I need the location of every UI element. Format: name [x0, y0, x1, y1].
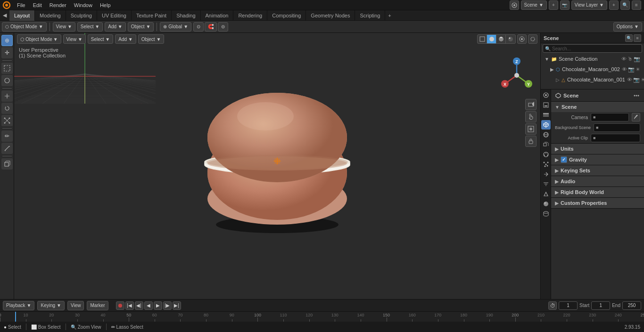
- filter-icon-header[interactable]: ≡: [632, 0, 641, 10]
- new-scene-icon[interactable]: +: [549, 0, 558, 10]
- play-btn[interactable]: ▶: [154, 301, 162, 310]
- start-frame-input[interactable]: 1: [591, 301, 610, 310]
- mode-selector[interactable]: ⬡ Object Mode ▼: [2, 22, 47, 32]
- rigid-body-header[interactable]: ▶ Rigid Body World: [551, 187, 644, 197]
- camera-view-btn[interactable]: [525, 99, 537, 110]
- tab-arrow-left[interactable]: ◀: [0, 10, 9, 21]
- custom-props-header[interactable]: ▶ Custom Properties: [551, 198, 644, 208]
- step-back-btn[interactable]: ◀|: [135, 301, 143, 310]
- scene-section-header[interactable]: ▼ Scene: [551, 102, 644, 112]
- active-clip-value[interactable]: ■: [591, 134, 640, 142]
- scale-tool[interactable]: [1, 115, 13, 126]
- viewport-object-btn[interactable]: Object ▼: [138, 34, 165, 44]
- camera-icon-0[interactable]: 📷: [628, 66, 635, 73]
- overlays-btn[interactable]: [517, 34, 527, 44]
- tab-sculpting[interactable]: Sculpting: [66, 10, 97, 21]
- tab-shading[interactable]: Shading: [172, 10, 200, 21]
- object-props-tab[interactable]: [541, 140, 551, 149]
- add-menu[interactable]: Add ▼: [105, 22, 125, 32]
- object-mode-btn[interactable]: ⬡ Object Mode ▼: [17, 34, 61, 44]
- scene-panel-options[interactable]: [633, 92, 640, 99]
- fps-clock-icon[interactable]: ⏱: [548, 301, 557, 310]
- menu-render[interactable]: Render: [46, 0, 70, 10]
- scene-props-tab[interactable]: [541, 120, 551, 130]
- data-props-tab[interactable]: [541, 209, 551, 219]
- render-icon-1[interactable]: ☀: [641, 77, 644, 83]
- search-icon-header[interactable]: 🔍: [620, 0, 630, 10]
- hand-tool-btn[interactable]: [525, 111, 537, 122]
- annotate-tool[interactable]: ✏: [1, 130, 13, 142]
- render-props-tab[interactable]: [541, 90, 551, 100]
- view-lock-btn[interactable]: [525, 136, 537, 147]
- move-tool[interactable]: ✛: [1, 47, 13, 58]
- solid-btn[interactable]: [487, 35, 496, 43]
- outliner-search-bar[interactable]: 🔍 Search...: [543, 44, 642, 53]
- options-btn[interactable]: Options ▼: [613, 22, 642, 32]
- bg-scene-value[interactable]: ■: [594, 123, 640, 132]
- scene-collection-item[interactable]: ▼ 📁 Scene Collection 👁 🖱 📷: [541, 54, 644, 64]
- transform-tool[interactable]: [1, 90, 13, 102]
- world-props-tab[interactable]: [541, 130, 551, 139]
- jump-start-btn[interactable]: |◀: [125, 301, 134, 310]
- tab-layout[interactable]: Layout: [9, 10, 35, 21]
- render-icon-0[interactable]: ☀: [636, 66, 640, 73]
- tab-modeling[interactable]: Modeling: [35, 10, 66, 21]
- menu-edit[interactable]: Edit: [29, 0, 46, 10]
- keying-menu[interactable]: Keying ▼: [37, 301, 64, 310]
- pivot-selector[interactable]: ⊙: [193, 22, 204, 32]
- gravity-checkbox[interactable]: ✓: [561, 156, 567, 163]
- camera-icon-1[interactable]: 📷: [633, 77, 640, 83]
- tab-add-button[interactable]: +: [385, 13, 394, 18]
- engine-selector-icon[interactable]: [510, 0, 519, 10]
- viewport-select-btn[interactable]: Select ▼: [88, 34, 113, 44]
- playback-menu[interactable]: Playback ▼: [3, 301, 34, 310]
- camera-edit-btn[interactable]: [632, 113, 640, 121]
- particles-props-tab[interactable]: [541, 160, 551, 169]
- wireframe-btn[interactable]: [478, 35, 487, 43]
- tab-rendering[interactable]: Rendering: [233, 10, 267, 21]
- output-props-tab[interactable]: [541, 100, 551, 110]
- viewport-view-btn[interactable]: View ▼: [63, 34, 86, 44]
- add-cube-tool[interactable]: [1, 158, 13, 170]
- menu-help[interactable]: Help: [96, 0, 115, 10]
- shading-props-tab[interactable]: [541, 189, 551, 199]
- viewport-gizmo[interactable]: Z Y X: [498, 57, 536, 94]
- physics-props-tab[interactable]: [541, 150, 551, 159]
- step-fwd-btn[interactable]: |▶: [163, 301, 172, 310]
- material-props-tab[interactable]: [541, 199, 551, 209]
- camera-icon-header[interactable]: 📷: [560, 0, 570, 10]
- snap-selector[interactable]: 🧲: [205, 22, 217, 32]
- outliner-item-1[interactable]: ▷ △ Chocolate_Macaron_001 👁 📷 ☀: [541, 74, 644, 85]
- audio-section-header[interactable]: ▶ Audio: [551, 176, 644, 186]
- proportional-edit[interactable]: ⊝: [218, 22, 228, 32]
- menu-file[interactable]: File: [13, 0, 29, 10]
- transform-selector[interactable]: ⊕ Global ▼: [160, 22, 191, 32]
- modifiers-props-tab[interactable]: [541, 179, 551, 189]
- new-layer-icon[interactable]: +: [609, 0, 619, 10]
- menu-window[interactable]: Window: [70, 0, 96, 10]
- current-frame-input[interactable]: 1: [559, 301, 578, 310]
- select-menu[interactable]: Select ▼: [77, 22, 103, 32]
- circle-select-tool[interactable]: [1, 75, 13, 86]
- viewport-menu[interactable]: View ▼: [53, 22, 75, 32]
- eye-icon-1[interactable]: 👁: [627, 77, 632, 83]
- render-preview-btn[interactable]: [525, 123, 537, 135]
- render-icon[interactable]: 📷: [634, 56, 640, 62]
- tab-scripting[interactable]: Scripting: [355, 10, 385, 21]
- tab-animation[interactable]: Animation: [201, 10, 234, 21]
- tab-uv-editing[interactable]: UV Editing: [97, 10, 132, 21]
- end-frame-input[interactable]: 250: [622, 301, 641, 310]
- tab-texture-paint[interactable]: Texture Paint: [132, 10, 172, 21]
- rendered-btn[interactable]: [506, 35, 515, 43]
- outliner-filter-btn[interactable]: ≡: [634, 34, 641, 42]
- view-menu[interactable]: View: [67, 301, 84, 310]
- marker-menu[interactable]: Marker: [87, 301, 108, 310]
- select-icon[interactable]: 🖱: [627, 56, 633, 62]
- tab-compositing[interactable]: Compositing: [267, 10, 306, 21]
- view-layer-props-tab[interactable]: [541, 110, 551, 120]
- scene-selector[interactable]: Scene ▼: [521, 0, 547, 10]
- eye-icon-0[interactable]: 👁: [622, 66, 627, 73]
- visibility-icon[interactable]: 👁: [621, 56, 627, 62]
- measure-tool[interactable]: [1, 143, 13, 154]
- keying-sets-header[interactable]: ▶ Keying Sets: [551, 165, 644, 176]
